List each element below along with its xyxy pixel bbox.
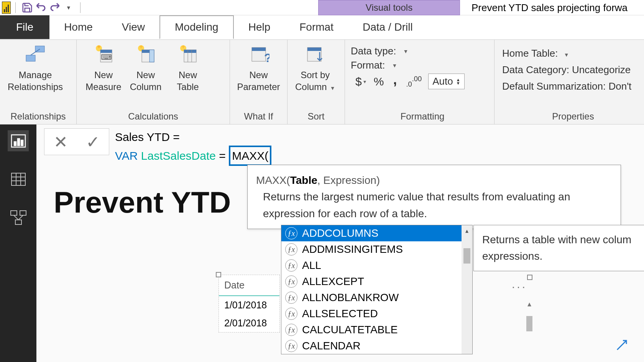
model-view-button[interactable] xyxy=(8,207,29,228)
tab-help[interactable]: Help xyxy=(234,15,285,39)
cancel-button[interactable]: ✕ xyxy=(54,132,68,152)
group-label: What If xyxy=(230,110,287,124)
svg-rect-14 xyxy=(184,50,196,53)
tab-home[interactable]: Home xyxy=(49,15,107,39)
intellisense-description: Returns a table with new colum expressio… xyxy=(473,225,644,271)
resize-handle[interactable] xyxy=(216,272,221,277)
scrollbar[interactable]: ▴ xyxy=(524,299,535,362)
document-title: Prevent YTD sales projecting forwa xyxy=(472,0,628,15)
intellisense-popup[interactable]: ƒxADDCOLUMNS ƒxADDMISSINGITEMS ƒxALL ƒxA… xyxy=(281,225,473,354)
intellisense-item[interactable]: ƒxCALENDAR xyxy=(281,338,472,354)
scrollbar[interactable]: ▴ xyxy=(462,225,472,354)
svg-rect-21 xyxy=(307,48,321,51)
share-icon[interactable] xyxy=(615,338,629,355)
undo-button[interactable] xyxy=(34,1,48,15)
chevron-down-icon[interactable]: ▼ xyxy=(392,62,398,69)
svg-rect-33 xyxy=(15,220,21,224)
function-tooltip: MAXX(Table, Expression) Returns the larg… xyxy=(247,165,621,229)
tab-format[interactable]: Format xyxy=(285,15,348,39)
chevron-down-icon[interactable]: ▾ xyxy=(363,79,366,85)
chevron-down-icon: ▼ xyxy=(330,85,335,91)
save-button[interactable] xyxy=(20,1,34,15)
column-header[interactable]: Date xyxy=(219,275,279,296)
report-view-button[interactable] xyxy=(8,130,29,151)
scroll-up-icon[interactable]: ▴ xyxy=(527,299,531,308)
new-parameter-button[interactable]: ? New Parameter xyxy=(238,43,279,93)
function-icon: ƒx xyxy=(285,243,297,256)
data-view-button[interactable] xyxy=(8,169,29,190)
function-icon: ƒx xyxy=(285,324,297,336)
button-label: Sort by Column▼ xyxy=(295,69,335,93)
intellisense-item[interactable]: ƒxALL xyxy=(281,257,472,274)
svg-text:?: ? xyxy=(264,51,269,65)
svg-rect-24 xyxy=(18,139,20,146)
more-options-icon[interactable]: ··· xyxy=(512,280,527,293)
parameter-icon: ? xyxy=(247,43,270,66)
new-measure-button[interactable]: ⌨ New Measure xyxy=(84,43,123,93)
svg-rect-32 xyxy=(20,211,26,215)
ribbon-content: Manage Relationships Relationships ⌨ New… xyxy=(0,39,644,124)
scroll-thumb[interactable] xyxy=(463,248,470,264)
redo-button[interactable] xyxy=(48,1,62,15)
separator xyxy=(80,2,80,13)
function-icon: ƒx xyxy=(285,275,297,288)
svg-rect-18 xyxy=(252,48,266,51)
svg-rect-6 xyxy=(100,50,112,53)
report-canvas[interactable]: ✕ ✓ Sales YTD = VAR LastSalesDate = MAXX… xyxy=(36,124,644,362)
table-row: 2/01/2018 xyxy=(219,314,279,332)
chevron-down-icon[interactable]: ▼ xyxy=(403,48,409,54)
group-label: Properties xyxy=(502,110,644,124)
percent-button[interactable]: % xyxy=(374,75,384,88)
function-icon: ƒx xyxy=(285,340,297,352)
tab-file[interactable]: File xyxy=(0,15,49,39)
data-category-label[interactable]: Data Category: Uncategorize xyxy=(502,64,644,76)
decimal-auto-box[interactable]: Auto▲▼ xyxy=(428,74,464,89)
intellisense-item[interactable]: ƒxALLEXCEPT xyxy=(281,274,472,290)
table-visual[interactable]: Date 1/01/2018 2/01/2018 xyxy=(219,275,280,333)
group-label: Sort xyxy=(288,110,345,124)
scroll-up-icon[interactable]: ▴ xyxy=(465,225,468,236)
column-icon xyxy=(134,43,157,66)
group-label: Calculations xyxy=(77,110,230,124)
sort-by-column-button[interactable]: Sort by Column▼ xyxy=(295,43,335,93)
ribbon-tabs: File Home View Modeling Help Format Data… xyxy=(0,15,644,39)
commit-button[interactable]: ✓ xyxy=(86,132,100,152)
function-icon: ƒx xyxy=(285,308,297,320)
tab-view[interactable]: View xyxy=(107,15,159,39)
contextual-tab-visual-tools[interactable]: Visual tools xyxy=(318,0,460,15)
chevron-down-icon[interactable]: ▼ xyxy=(564,52,569,58)
home-table-label: Home Table: xyxy=(502,48,558,59)
navigation-rail xyxy=(0,124,36,362)
function-icon: ƒx xyxy=(285,292,297,304)
intellisense-item[interactable]: ƒxCALCULATETABLE xyxy=(281,322,472,338)
spinner-icon[interactable]: ▲▼ xyxy=(456,78,460,85)
currency-button[interactable]: $ xyxy=(355,75,362,88)
scroll-thumb[interactable] xyxy=(526,316,532,331)
button-label: New Parameter xyxy=(237,69,280,93)
svg-rect-23 xyxy=(14,142,16,146)
new-table-button[interactable]: New Table xyxy=(169,43,207,93)
data-type-label: Data type: xyxy=(351,45,396,57)
relationships-icon xyxy=(24,43,47,66)
svg-rect-31 xyxy=(11,211,17,215)
selected-visual-handles[interactable]: ··· ▴ xyxy=(473,276,531,362)
resize-handle[interactable] xyxy=(527,275,532,280)
manage-relationships-button[interactable]: Manage Relationships xyxy=(8,43,63,93)
intellisense-item[interactable]: ƒxALLSELECTED xyxy=(281,306,472,322)
intellisense-item[interactable]: ƒxADDCOLUMNS xyxy=(281,225,472,241)
measure-icon: ⌨ xyxy=(92,43,115,66)
svg-rect-26 xyxy=(12,173,25,185)
intellisense-item[interactable]: ƒxADDMISSINGITEMS xyxy=(281,241,472,257)
svg-line-3 xyxy=(31,52,35,55)
qat-customize[interactable]: ▼ xyxy=(62,1,76,15)
decimal-places-icon[interactable]: .0.00 xyxy=(406,75,422,88)
tab-modeling[interactable]: Modeling xyxy=(159,15,234,39)
formula-text[interactable]: Sales YTD = VAR LastSalesDate = MAXX( xyxy=(115,128,271,166)
tab-data-drill[interactable]: Data / Drill xyxy=(348,15,427,39)
button-label: Manage Relationships xyxy=(8,69,63,93)
intellisense-item[interactable]: ƒxALLNOBLANKROW xyxy=(281,290,472,306)
new-column-button[interactable]: New Column xyxy=(127,43,165,93)
thousands-sep-button[interactable]: , xyxy=(393,72,397,88)
default-summarization-label[interactable]: Default Summarization: Don't xyxy=(502,80,644,92)
sort-icon xyxy=(304,43,327,66)
